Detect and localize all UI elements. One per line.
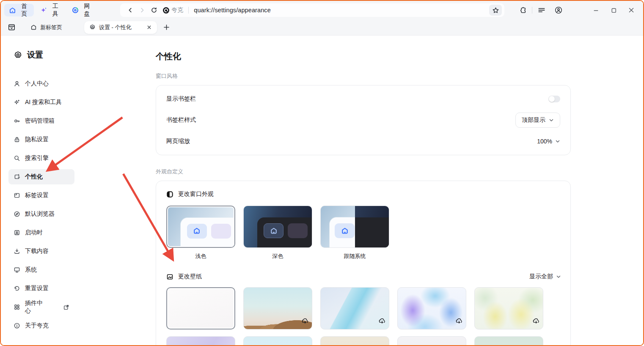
sidebar-item-plugin-center[interactable]: 插件中心: [8, 299, 74, 315]
drive-button[interactable]: 网盘: [67, 4, 97, 16]
section-label-window-style: 窗口风格: [156, 72, 643, 80]
theme-option-light[interactable]: 浅色: [166, 206, 235, 260]
maximize-button[interactable]: [608, 4, 619, 16]
menu-lines-icon[interactable]: [537, 6, 546, 14]
wallpaper-row-2: [166, 336, 560, 346]
wallpaper-title: 更改壁纸: [166, 273, 202, 280]
theme-option-system[interactable]: 跟随系统: [320, 206, 389, 260]
tab-settings-personalization[interactable]: 设置 - 个性化: [84, 21, 157, 34]
window-controls: [590, 4, 637, 16]
toolbar-divider: [532, 7, 532, 14]
sidebar-item-reset[interactable]: 重置设置: [8, 281, 74, 296]
chevron-down-icon: [556, 274, 561, 279]
window-appearance-header: 更改窗口外观: [166, 190, 560, 198]
sidebar-item-passwords[interactable]: 密码管理箱: [8, 113, 74, 129]
tab-manager-icon[interactable]: [6, 22, 17, 33]
url-text[interactable]: quark://settings/appearance: [194, 7, 271, 14]
back-button[interactable]: [124, 4, 136, 16]
address-divider: [188, 7, 189, 14]
setting-row-bookmarks-style: 书签栏样式 顶部显示: [166, 110, 560, 131]
sidebar-item-label: 个性化: [25, 173, 43, 181]
wallpaper-row-1: [166, 287, 560, 330]
show-all-label: 显示全部: [529, 273, 553, 280]
theme-light-thumbnail[interactable]: [166, 206, 235, 248]
sidebar-item-ai-tools[interactable]: AI 搜索和工具: [8, 95, 74, 110]
wallpaper-red-floral[interactable]: [397, 336, 466, 346]
forward-button[interactable]: [136, 4, 148, 16]
grid-icon: [14, 304, 20, 310]
bookmarks-style-dropdown[interactable]: 顶部显示: [515, 113, 560, 128]
sidebar-item-label: 个人中心: [25, 80, 49, 88]
theme-icon: [166, 191, 173, 198]
tab-close-icon[interactable]: [146, 25, 152, 30]
minimize-button[interactable]: [590, 4, 602, 16]
sidebar-item-label: 搜索引擎: [25, 154, 49, 162]
search-icon: [14, 155, 20, 162]
theme-option-dark[interactable]: 深色: [243, 206, 312, 260]
sidebar-item-label: 重置设置: [25, 285, 49, 292]
wallpaper-lavender[interactable]: [166, 336, 235, 346]
page-zoom-dropdown[interactable]: 100%: [537, 138, 560, 145]
close-window-button[interactable]: [625, 4, 637, 16]
sidebar-item-label: 插件中心: [25, 299, 47, 315]
tab-icon: [14, 192, 20, 199]
tools-button[interactable]: 工具: [36, 4, 65, 16]
wallpaper-pale-green[interactable]: [474, 336, 543, 346]
download-icon: [14, 248, 20, 255]
image-icon: [166, 273, 173, 280]
tab-new-tab-page[interactable]: 新标签页: [25, 24, 68, 31]
sidebar-item-privacy[interactable]: 隐私设置: [8, 132, 74, 147]
sidebar-item-label: 启动时: [25, 229, 43, 236]
sidebar-item-label: AI 搜索和工具: [25, 99, 62, 106]
browser-window: 首页 工具 网盘: [0, 0, 644, 346]
sidebar-title: 设置: [14, 49, 156, 61]
sidebar-item-default-browser[interactable]: 默认浏览器: [8, 206, 74, 222]
bookmark-star-button[interactable]: [489, 5, 502, 16]
sidebar-item-system[interactable]: 系统: [8, 262, 74, 277]
cloud-download-icon: [455, 317, 463, 327]
theme-label: 浅色: [166, 253, 235, 260]
toolbar-right: [510, 4, 637, 16]
settings-sidebar: 设置 个人中心 AI 搜索和工具: [1, 36, 156, 346]
address-bar[interactable]: 夸克 quark://settings/appearance: [120, 3, 504, 17]
dropdown-value: 100%: [537, 138, 552, 145]
tab-bar: 新标签页 设置 - 个性化: [1, 19, 643, 36]
sparkle-icon: [14, 99, 20, 106]
bookmarks-bar-toggle[interactable]: [548, 96, 560, 102]
wallpaper-desert[interactable]: [243, 287, 312, 330]
chevron-down-icon: [555, 139, 560, 144]
sidebar-item-account[interactable]: 个人中心: [8, 76, 74, 91]
theme-system-thumbnail[interactable]: [320, 206, 389, 248]
show-all-dropdown[interactable]: 显示全部: [529, 273, 561, 280]
wallpaper-blue-ribbon[interactable]: [320, 287, 389, 330]
sidebar-item-tab-settings[interactable]: 标签设置: [8, 188, 74, 203]
wallpaper-yellow-petals[interactable]: [474, 287, 543, 330]
personalize-icon: [14, 173, 20, 180]
quark-logo-icon: [162, 7, 170, 14]
sidebar-item-search-engine[interactable]: 搜索引擎: [8, 151, 74, 166]
refresh-button[interactable]: [148, 4, 160, 16]
sidebar-item-personalization[interactable]: 个性化: [8, 169, 74, 184]
monitor-icon: [14, 266, 20, 273]
sidebar-nav: 个人中心 AI 搜索和工具 密码管理箱: [8, 76, 156, 333]
sidebar-item-downloads[interactable]: 下载内容: [8, 244, 74, 259]
wallpaper-beige-floral[interactable]: [320, 336, 389, 346]
profile-icon[interactable]: [554, 6, 563, 14]
quick-buttons: 首页 工具 网盘: [4, 4, 96, 16]
home-button[interactable]: 首页: [4, 4, 34, 16]
new-tab-button[interactable]: [163, 24, 170, 31]
extensions-icon[interactable]: [519, 6, 527, 14]
theme-label: 跟随系统: [320, 253, 389, 260]
wallpaper-light-cyan[interactable]: [243, 336, 312, 346]
sidebar-item-startup[interactable]: 启动时: [8, 225, 74, 240]
sidebar-item-about[interactable]: 关于夸克: [8, 318, 74, 333]
dropdown-value: 顶部显示: [522, 116, 545, 124]
wallpaper-purple-blue[interactable]: [397, 287, 466, 330]
theme-dark-thumbnail[interactable]: [243, 206, 312, 248]
section-label-appearance: 外观自定义: [156, 168, 643, 176]
tab-label: 新标签页: [40, 24, 62, 31]
drive-button-label: 网盘: [82, 3, 92, 18]
home-icon: [9, 7, 16, 14]
sidebar-item-label: 隐私设置: [25, 136, 49, 143]
wallpaper-blank-white[interactable]: [166, 287, 235, 330]
